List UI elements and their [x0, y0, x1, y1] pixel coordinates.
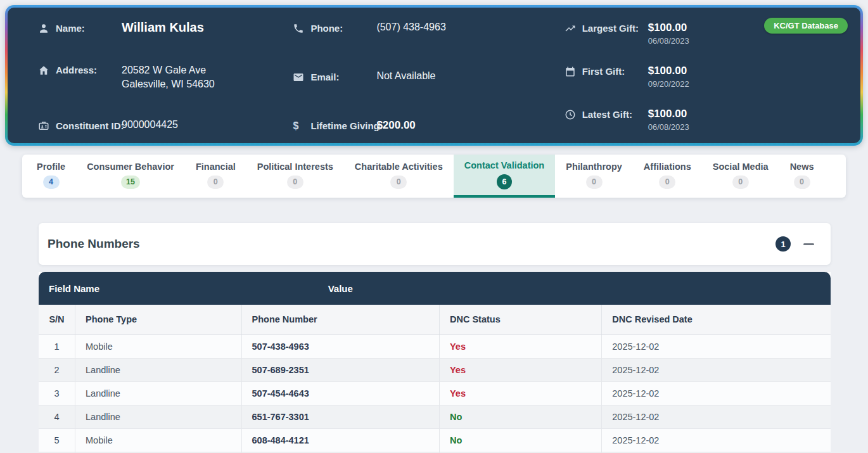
phone-number-cell: 651-767-3301 — [241, 405, 440, 428]
tab-count-badge: 0 — [794, 175, 810, 189]
sn-cell: 1 — [39, 335, 75, 358]
tab-count-badge: 0 — [207, 175, 224, 189]
phone-type-cell: Mobile — [75, 335, 242, 358]
phone-number-cell: 507-454-4643 — [241, 381, 440, 405]
sn-cell: 5 — [39, 428, 75, 452]
home-icon — [38, 65, 49, 76]
dollar-icon: $ — [293, 120, 304, 132]
latest-gift-value: $100.00 06/08/2023 — [648, 108, 689, 132]
tab-count-badge: 15 — [121, 175, 140, 189]
address-field: Address: 20582 W Gale Ave Galesville, WI… — [38, 63, 293, 91]
clock-icon — [565, 109, 576, 120]
table-group-header: Field Name Value — [39, 272, 831, 305]
dnc-date-cell: 2025-12-02 — [602, 428, 831, 452]
address-label: Address: — [56, 63, 122, 75]
table-row: 4 Landline 651-767-3301 No 2025-12-02 — [39, 405, 831, 428]
phone-type-cell: Mobile — [75, 428, 242, 452]
table-row: 3 Landline 507-454-4643 Yes 2025-12-02 — [39, 381, 831, 405]
hero-column-gifts: Largest Gift: $100.00 06/08/2023 First G… — [565, 22, 860, 132]
id-badge-icon — [38, 120, 49, 132]
table-row: 5 Mobile 608-484-4121 No 2025-12-02 — [39, 428, 831, 452]
table-row: 1 Mobile 507-438-4963 Yes 2025-12-02 — [39, 335, 831, 358]
tab-social-media[interactable]: Social Media 0 — [702, 155, 779, 198]
dnc-status-cell: Yes — [440, 381, 602, 405]
phone-number-cell: 608-484-4121 — [241, 428, 440, 452]
first-gift-value: $100.00 09/20/2022 — [648, 65, 689, 89]
tab-bar: Profile 4 Consumer Behavior 15 Financial… — [22, 155, 846, 198]
value-group-header: Value — [241, 272, 440, 305]
calendar-icon — [565, 66, 576, 77]
table-row: 2 Landline 507-689-2351 Yes 2025-12-02 — [39, 358, 831, 381]
name-value: William Kulas — [122, 20, 204, 35]
hero-column-identity: Name: William Kulas Address: 20582 W Gal… — [38, 22, 293, 132]
tab-contact-validation[interactable]: Contact Validation 6 — [454, 155, 556, 198]
tab-count-badge: 0 — [732, 175, 749, 189]
dnc-status-cell: No — [440, 428, 602, 452]
phone-numbers-table: Field Name Value S/N Phone Type Phone Nu… — [39, 272, 831, 453]
phone-type-cell: Landline — [75, 405, 242, 428]
dnc-date-cell: 2025-12-02 — [602, 335, 831, 358]
table-column-header: S/N Phone Type Phone Number DNC Status D… — [39, 305, 831, 335]
tab-count-badge: 0 — [287, 175, 303, 189]
section-count-badge: 1 — [775, 236, 791, 252]
collapse-icon[interactable] — [803, 243, 814, 245]
name-field: Name: William Kulas — [38, 22, 293, 35]
phone-icon — [293, 23, 304, 34]
phone-field: Phone: (507) 438-4963 — [293, 22, 564, 34]
phone-type-cell: Landline — [75, 358, 242, 381]
tab-philanthropy[interactable]: Philanthropy 0 — [555, 155, 633, 198]
phone-type-column-header: Phone Type — [75, 305, 242, 335]
page: KC/GT Database Name: William Kulas Addre… — [0, 0, 868, 453]
latest-gift-field: Latest Gift: $100.00 06/08/2023 — [565, 108, 860, 132]
dnc-date-cell: 2025-12-02 — [602, 405, 831, 428]
field-name-group-header: Field Name — [39, 272, 241, 305]
sn-cell: 2 — [39, 358, 75, 381]
phone-number-cell: 507-689-2351 — [241, 358, 440, 381]
dnc-status-cell: Yes — [440, 358, 602, 381]
tab-count-badge: 0 — [586, 175, 603, 189]
envelope-icon — [293, 72, 304, 83]
lifetime-giving-field: $ Lifetime Giving: $200.00 — [293, 119, 564, 132]
tab-political-interests[interactable]: Political Interests 0 — [246, 155, 344, 198]
first-gift-label: First Gift: — [582, 65, 648, 77]
tab-charitable-activities[interactable]: Charitable Activities 0 — [344, 155, 454, 198]
constituent-id-value: 9000004425 — [122, 119, 178, 131]
sn-cell: 3 — [39, 381, 75, 405]
sn-column-header: S/N — [39, 305, 75, 335]
dnc-date-cell: 2025-12-02 — [602, 358, 831, 381]
tab-financial[interactable]: Financial 0 — [185, 155, 246, 198]
section-title: Phone Numbers — [48, 237, 140, 251]
email-value: Not Available — [376, 70, 435, 82]
latest-gift-label: Latest Gift: — [582, 108, 648, 120]
largest-gift-value: $100.00 06/08/2023 — [648, 22, 689, 46]
trending-up-icon — [565, 23, 576, 34]
phone-number-cell: 507-438-4963 — [241, 335, 440, 358]
constituent-id-label: Constituent ID: — [56, 119, 122, 131]
lifetime-giving-value: $200.00 — [376, 119, 415, 132]
phone-numbers-section-header: Phone Numbers 1 — [39, 223, 831, 265]
phone-label: Phone: — [310, 22, 376, 34]
dnc-status-column-header: DNC Status — [440, 305, 602, 335]
tab-count-badge: 0 — [390, 175, 407, 189]
phone-value: (507) 438-4963 — [376, 22, 445, 33]
tab-consumer-behavior[interactable]: Consumer Behavior 15 — [76, 155, 185, 198]
lifetime-giving-label: Lifetime Giving: — [310, 119, 376, 131]
phone-type-cell: Landline — [75, 381, 242, 405]
largest-gift-label: Largest Gift: — [582, 22, 648, 34]
phone-number-column-header: Phone Number — [241, 305, 440, 335]
email-field: Email: Not Available — [293, 70, 564, 83]
tab-count-badge: 6 — [497, 174, 512, 189]
tab-profile[interactable]: Profile 4 — [26, 155, 76, 198]
dnc-status-cell: Yes — [440, 335, 602, 358]
constituent-id-field: Constituent ID: 9000004425 — [38, 119, 293, 132]
tab-affiliations[interactable]: Affiliations 0 — [633, 155, 702, 198]
name-label: Name: — [56, 22, 122, 34]
email-label: Email: — [310, 70, 376, 82]
user-icon — [38, 23, 49, 34]
tab-news[interactable]: News 0 — [779, 155, 825, 198]
dnc-status-cell: No — [440, 405, 602, 428]
hero-column-contact: Phone: (507) 438-4963 Email: Not Availab… — [293, 22, 564, 132]
first-gift-field: First Gift: $100.00 09/20/2022 — [565, 65, 860, 89]
address-value: 20582 W Gale Ave Galesville, WI 54630 — [122, 63, 215, 91]
tab-count-badge: 4 — [43, 175, 60, 189]
